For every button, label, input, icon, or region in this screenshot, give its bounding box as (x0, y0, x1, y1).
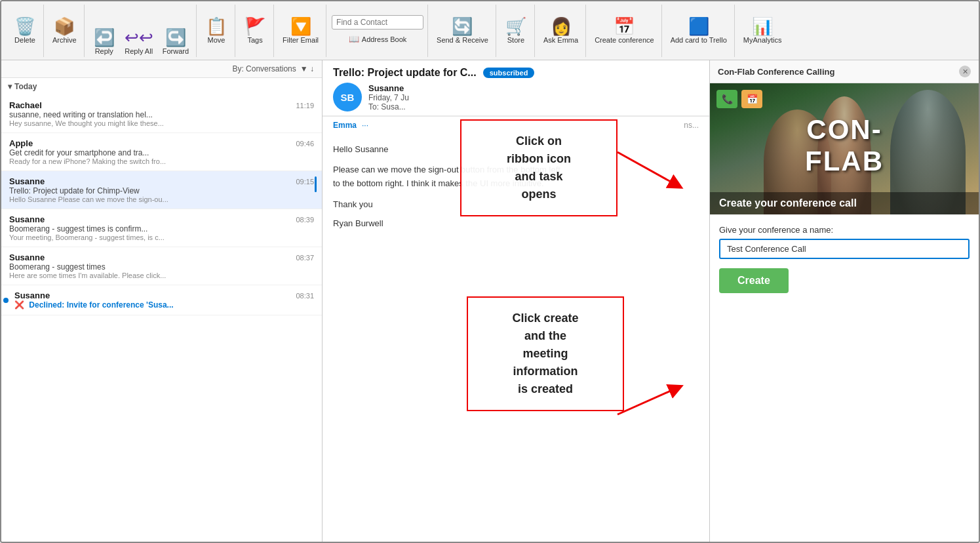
address-book-button[interactable]: 📖 Address Book (345, 32, 410, 46)
conflab-create-button[interactable]: Create (719, 268, 789, 293)
section-label: Today (14, 82, 37, 91)
conflab-icon-green: 📞 (716, 90, 737, 108)
body-signature: Ryan Burwell (333, 217, 699, 231)
move-button[interactable]: 📋 Move (202, 16, 231, 46)
ribbon-group-reply: ↩️ Reply ↩↩ Reply All ↪️ Forward (86, 5, 197, 57)
ribbon-group-create-conference: 📅 Create conference (587, 5, 662, 57)
ribbon-group-send-receive: 🔄 Send & Receive (429, 5, 496, 57)
send-receive-icon: 🔄 (452, 18, 473, 35)
address-book-label: Address Book (362, 35, 406, 43)
email-item[interactable]: Susanne Boomerang - suggest times Here a… (1, 247, 322, 285)
email-list-body: ▾ Today Rachael susanne, need writing or… (1, 78, 322, 542)
section-header-today: ▾ Today (1, 78, 322, 95)
email-list-header: By: Conversations ▼ ↓ (1, 60, 322, 78)
email-header: Trello: Project update for C... subscrib… (323, 60, 709, 116)
email-item[interactable]: Rachael susanne, need writing or transla… (1, 95, 322, 133)
conflab-icons-row: 📞 📅 (716, 90, 762, 108)
email-sender: Susanne (9, 252, 314, 262)
trello-icon: 🟦 (688, 18, 709, 35)
avatar: SB (333, 83, 362, 111)
myanalytics-label: MyAnalytics (743, 36, 782, 44)
email-subject: Boomerang - suggest times (9, 262, 258, 272)
main-content: By: Conversations ▼ ↓ ▾ Today Rachael su… (1, 60, 979, 542)
ribbon-group-filter: 🔽 Filter Email (275, 5, 326, 57)
email-time: 08:31 (296, 292, 314, 300)
outlook-window: 🗑️ Delete 📦 Archive ↩️ Reply ↩↩ Reply Al… (0, 0, 980, 543)
email-item[interactable]: Susanne Boomerang - suggest times is con… (1, 209, 322, 247)
store-label: Store (507, 36, 524, 44)
send-receive-button[interactable]: 🔄 Send & Receive (433, 16, 492, 46)
email-preview: Your meeting, Boomerang - suggest times,… (9, 233, 258, 241)
delete-label: Delete (14, 36, 35, 44)
annotation-click-ribbon: Click onribbon iconand taskopens (460, 119, 617, 216)
create-conference-button[interactable]: 📅 Create conference (591, 16, 657, 46)
email-subject: Trello: Project update for Chimp-View (9, 186, 258, 195)
subscribed-badge: subscribed (483, 68, 535, 78)
tags-button[interactable]: 🚩 Tags (241, 16, 269, 46)
ask-emma-button[interactable]: 👩 Ask Emma (540, 16, 581, 46)
sort-label[interactable]: By: Conversations (232, 64, 296, 73)
email-subject: ❌ Declined: Invite for conference 'Susa.… (14, 300, 264, 310)
annotation-click-create: Click createand themeetinginformationis … (467, 296, 624, 411)
conflab-name-input[interactable] (719, 239, 970, 259)
emma-more-icon[interactable]: ··· (362, 121, 368, 130)
sort-icon[interactable]: ▼ ↓ (300, 64, 314, 73)
delete-button[interactable]: 🗑️ Delete (10, 16, 39, 46)
email-subject: susanne, need writing or translation hel… (9, 110, 258, 119)
ribbon-group-move: 📋 Move (198, 5, 235, 57)
email-list-panel: By: Conversations ▼ ↓ ▾ Today Rachael su… (1, 60, 323, 542)
find-contact-input[interactable] (332, 15, 423, 30)
forward-button[interactable]: ↪️ Forward (159, 27, 192, 57)
reply-button[interactable]: ↩️ Reply (90, 27, 119, 57)
email-preview: Here are some times I'm available. Pleas… (9, 272, 258, 279)
email-sender: Susanne (9, 214, 314, 224)
ribbon-group-trello: 🟦 Add card to Trello (663, 5, 735, 57)
forward-label: Forward (163, 47, 189, 55)
move-icon: 📋 (206, 18, 227, 35)
email-item-declined[interactable]: Susanne ❌ Declined: Invite for conferenc… (1, 285, 322, 315)
filter-email-button[interactable]: 🔽 Filter Email (279, 16, 322, 46)
ribbon: 🗑️ Delete 📦 Archive ↩️ Reply ↩↩ Reply Al… (1, 1, 979, 60)
ask-emma-icon: 👩 (551, 18, 572, 35)
tags-label: Tags (247, 36, 262, 44)
conflab-image: 📞 📅 CON-FLAB Create your conference call (710, 83, 979, 214)
email-reading-pane: Trello: Project update for C... subscrib… (323, 60, 710, 542)
email-subject: Boomerang - suggest times is confirm... (9, 224, 258, 233)
move-label: Move (208, 36, 225, 44)
email-time: 09:15 (296, 178, 314, 186)
email-item[interactable]: Apple Get credit for your smartphone and… (1, 133, 322, 171)
filter-icon: 🔽 (290, 18, 311, 35)
create-conference-icon: 📅 (614, 18, 635, 35)
email-preview: Ready for a new iPhone? Making the switc… (9, 157, 258, 165)
ribbon-group-store: 🛒 Store (498, 5, 535, 57)
archive-button[interactable]: 📦 Archive (49, 16, 80, 46)
myanalytics-button[interactable]: 📊 MyAnalytics (740, 16, 785, 46)
conflab-form: Give your conference a name: Create (710, 214, 979, 542)
conflab-logo-overlay: CON-FLAB (777, 114, 912, 177)
conflab-panel: Con-Flab Conference Calling ✕ 📞 📅 (710, 60, 979, 542)
sender-name: Susanne (368, 83, 409, 93)
conflab-title: Con-Flab Conference Calling (718, 67, 834, 77)
conflab-form-label: Give your conference a name: (719, 225, 970, 235)
conflab-close-button[interactable]: ✕ (959, 66, 971, 77)
email-preview: Hello Susanne Please can we move the sig… (9, 195, 258, 203)
store-icon: 🛒 (505, 18, 526, 35)
annotation-text-2: Click createand themeetinginformationis … (512, 312, 578, 395)
send-receive-label: Send & Receive (437, 36, 488, 44)
store-button[interactable]: 🛒 Store (501, 16, 530, 46)
ribbon-group-delete: 🗑️ Delete (7, 5, 44, 57)
email-time: 08:37 (296, 254, 314, 262)
declined-icon: ❌ (14, 300, 24, 310)
ribbon-group-find: 📖 Address Book (328, 5, 428, 57)
reply-all-icon: ↩↩ (125, 29, 153, 46)
annotation-text-1: Click onribbon iconand taskopens (507, 134, 571, 201)
ribbon-group-archive: 📦 Archive (45, 5, 85, 57)
emma-label[interactable]: Emma (333, 121, 357, 130)
conflab-header: Con-Flab Conference Calling ✕ (710, 60, 979, 83)
archive-label: Archive (52, 36, 77, 44)
email-item-selected[interactable]: Susanne Trello: Project update for Chimp… (1, 171, 322, 209)
reply-all-button[interactable]: ↩↩ Reply All (121, 27, 157, 57)
add-card-trello-label: Add card to Trello (671, 36, 727, 44)
email-sender: Apple (9, 138, 314, 148)
add-card-trello-button[interactable]: 🟦 Add card to Trello (667, 16, 730, 46)
